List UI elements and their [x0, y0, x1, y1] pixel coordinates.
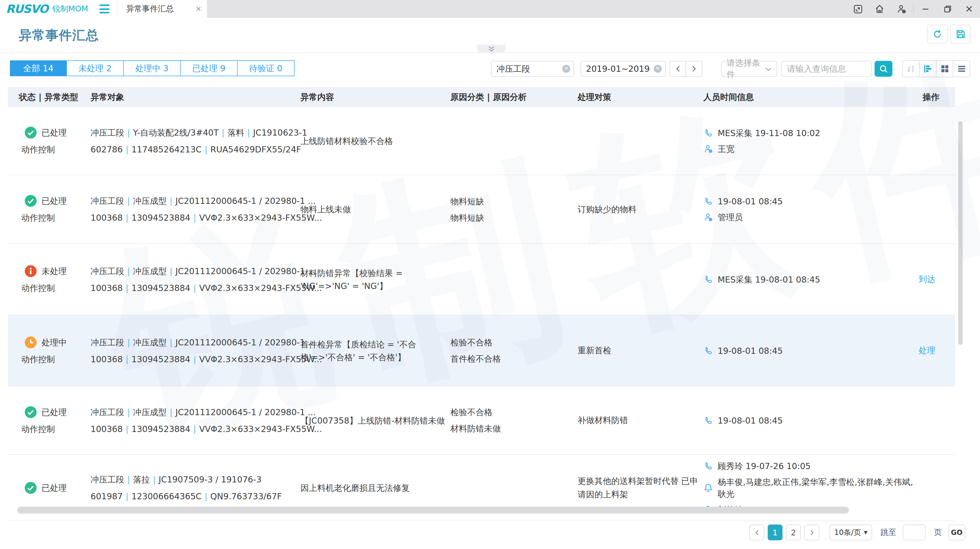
content-text: 上线防错材料校验不合格: [301, 134, 449, 147]
object-segment: 冲压工段: [91, 196, 124, 206]
segment-filter-input[interactable]: [492, 64, 574, 74]
prev-page-button[interactable]: [749, 525, 764, 540]
status-line: 已处理: [19, 194, 93, 208]
people-item: 19-08-01 08:45: [703, 414, 921, 426]
col-countermeasure: 处理对策: [578, 87, 611, 107]
object-segment: 13094523884: [131, 354, 190, 364]
col-content: 异常内容: [301, 87, 334, 107]
jump-page-input[interactable]: [903, 525, 926, 540]
table-row[interactable]: 已处理动作控制冲压工段|冲压成型|JC201112000645-1 / 2029…: [8, 175, 955, 244]
object-segment: 冲压成型: [133, 266, 167, 276]
table-row[interactable]: 处理中动作控制冲压工段|冲压成型|JC201112000645-1 / 2029…: [8, 315, 955, 387]
next-period-button[interactable]: [686, 61, 702, 77]
countermeasure-cell: 补做材料防错: [578, 387, 699, 454]
person-gear-icon: [703, 144, 713, 154]
date-range-field[interactable]: ✕: [581, 61, 666, 77]
tab-close-icon[interactable]: ✕: [196, 5, 202, 13]
table-row[interactable]: 已处理动作控制冲压工段|冲压成型|JC201112000645-1 / 2029…: [8, 387, 955, 455]
page-size-select[interactable]: 10条/页 ▼: [829, 525, 872, 540]
status-line: 已处理: [19, 405, 93, 419]
table-row[interactable]: 未处理动作控制冲压工段|冲压成型|JC201112000645-1 / 2029…: [8, 244, 955, 315]
pipe-separator: |: [167, 407, 175, 417]
chevron-right-icon: [809, 529, 815, 536]
condition-select-placeholder: 请选择条件: [727, 57, 765, 80]
content-text: 因上料机老化磨损且无法修复: [301, 481, 449, 494]
save-view-button[interactable]: [950, 25, 971, 43]
object-segment: JC201112000645-1 / 202980-1 ...: [175, 337, 316, 347]
object-cell: 冲压工段|冲压成型|JC201112000645-1 / 202980-1 ..…: [91, 244, 304, 315]
page-button-1[interactable]: 1: [768, 525, 783, 540]
search-icon: [879, 64, 888, 73]
status-type-cell: 处理中动作控制: [19, 315, 93, 386]
pipe-separator: |: [167, 337, 175, 347]
row-action-link[interactable]: 到达: [919, 274, 950, 285]
query-input[interactable]: [782, 64, 871, 74]
phone-icon: [703, 415, 713, 425]
pipe-separator: |: [244, 127, 253, 137]
open-tab[interactable]: 异常事件汇总 ✕: [117, 0, 207, 18]
prev-period-button[interactable]: [670, 61, 686, 77]
card-view-button[interactable]: [936, 61, 953, 77]
fit-screen-button[interactable]: [847, 0, 869, 18]
object-line: 100368|13094523884|VVΦ2.3×633×2943-FX55W…: [91, 422, 304, 436]
next-page-button[interactable]: [804, 525, 819, 540]
home-icon: [875, 4, 885, 14]
clock-circle-icon: [24, 336, 37, 348]
close-window-button[interactable]: [958, 0, 980, 18]
pipe-separator: |: [124, 474, 133, 484]
status-tab-3[interactable]: 已处理 9: [181, 60, 237, 76]
condition-select[interactable]: 请选择条件: [721, 61, 777, 77]
home-button[interactable]: [869, 0, 891, 18]
row-action-link[interactable]: 处理: [919, 345, 950, 356]
user-settings-button[interactable]: [891, 0, 912, 18]
status-tab-0[interactable]: 全部 14: [10, 60, 67, 76]
object-line: 601987|123006664365C|QN9.763733/67F: [91, 489, 304, 503]
page-button-2[interactable]: 2: [786, 525, 801, 540]
status-tab-1[interactable]: 未处理 2: [67, 60, 124, 76]
menu-icon[interactable]: [100, 5, 110, 13]
go-button[interactable]: GO: [948, 525, 965, 540]
date-range-input[interactable]: [581, 64, 665, 74]
action-cell: [919, 107, 950, 175]
maximize-button[interactable]: [937, 0, 958, 18]
chart-view-button[interactable]: [919, 61, 936, 77]
search-button[interactable]: [875, 61, 892, 77]
clear-segment-icon[interactable]: ✕: [562, 65, 570, 73]
people-item: 王宽: [703, 143, 921, 154]
flip-sort-button[interactable]: [903, 61, 919, 77]
collapse-panel-handle[interactable]: [477, 45, 506, 53]
status-label: 未处理: [41, 264, 67, 278]
people-time-cell: MES采集 19-08-01 08:45: [703, 244, 921, 315]
refresh-button[interactable]: [927, 25, 948, 43]
phone-icon: [703, 345, 713, 355]
status-tab-4[interactable]: 待验证 0: [237, 60, 294, 76]
pipe-separator: |: [202, 491, 210, 501]
status-tab-2[interactable]: 处理中 3: [124, 60, 181, 76]
pipe-separator: |: [202, 144, 210, 154]
query-field[interactable]: [781, 61, 872, 77]
object-line: 冲压工段|冲压成型|JC201112000645-1 / 202980-1 ..…: [91, 405, 304, 419]
page-number-buttons: 12: [768, 525, 801, 540]
object-segment: 602786: [91, 144, 123, 154]
object-segment: 落拉: [133, 474, 150, 484]
horizontal-scrollbar[interactable]: [18, 507, 849, 514]
minimize-button[interactable]: [915, 0, 937, 18]
pipe-separator: |: [123, 144, 131, 154]
clear-date-icon[interactable]: ✕: [654, 65, 662, 73]
date-step-buttons: [670, 61, 702, 77]
chevron-left-icon: [675, 65, 681, 72]
list-view-button[interactable]: [953, 61, 970, 77]
bar-chart-icon: [923, 64, 932, 73]
object-segment: JC201112000645-1 / 202980-1 ...: [175, 196, 316, 206]
action-cell: 处理: [919, 315, 950, 386]
table-header: 状态 | 异常类型 异常对象 异常内容 原因分类 | 原因分析 处理对策 人员时…: [8, 87, 955, 107]
object-segment: 13094523884: [131, 424, 190, 434]
double-chevron-down-icon: [486, 46, 497, 52]
segment-filter-field[interactable]: ✕: [491, 61, 574, 77]
action-cell: [919, 175, 950, 243]
vertical-scrollbar[interactable]: [958, 121, 963, 345]
table-row[interactable]: 已处理动作控制冲压工段|Y-自动装配2线/3#40T|落料|JC1910623-…: [8, 107, 955, 175]
countermeasure-text: 重新首检: [578, 344, 699, 357]
jump-label: 跳至: [880, 527, 896, 538]
object-line: 100368|13094523884|VVΦ2.3×633×2943-FX55W…: [91, 352, 304, 366]
